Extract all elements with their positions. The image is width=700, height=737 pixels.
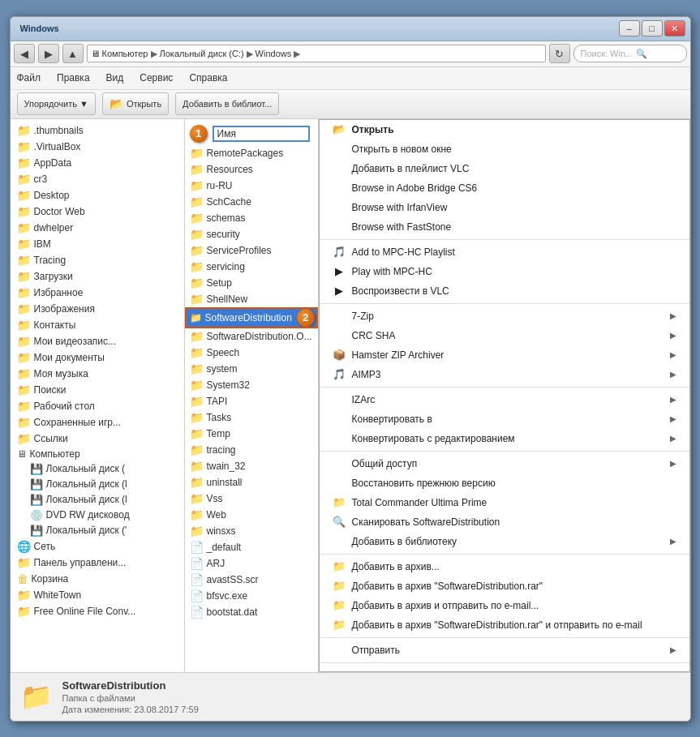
folder-setup[interactable]: 📁Setup [185, 275, 318, 291]
ctx-mpc-add[interactable]: 🎵Add to MPC-HC Playlist [320, 242, 689, 262]
folder-tapi[interactable]: 📁TAPI [185, 393, 318, 409]
folder-resources[interactable]: 📁Resources [185, 161, 318, 178]
tree-item-desktop2[interactable]: 📁Рабочий стол [11, 398, 184, 414]
menu-service[interactable]: Сервис [136, 71, 176, 85]
ctx-add-library[interactable]: Добавить в библиотеку▶ [320, 532, 689, 551]
tree-item-drive-c[interactable]: 💾Локальный диск ( [24, 461, 184, 477]
tree-item-drive-d[interactable]: 💾Локальный диск (l [24, 477, 184, 492]
tree-item-dwhelper[interactable]: 📁dwhelper [11, 220, 184, 236]
tree-item-downloads[interactable]: 📁Загрузки [11, 268, 184, 285]
ctx-mpc-play[interactable]: ▶Play with MPC-HC [320, 262, 689, 281]
file-avast[interactable]: 📄avastSS.scr [185, 572, 318, 588]
tree-item-thumbnails[interactable]: 📁.thumbnails [11, 122, 184, 139]
menu-edit[interactable]: Правка [54, 71, 93, 85]
menu-view[interactable]: Вид [103, 71, 127, 85]
folder-winsxs[interactable]: 📁winsxs [185, 523, 318, 539]
tree-item-free-convert[interactable]: 📁Free Online File Conv... [11, 603, 184, 619]
ctx-scan[interactable]: 🔍Сканировать SoftwareDistribution [320, 512, 689, 532]
tree-item-desktop[interactable]: 📁Desktop [11, 187, 184, 204]
tree-item-music[interactable]: 📁Моя музыка [11, 366, 184, 382]
ctx-crc[interactable]: CRC SHA▶ [320, 326, 689, 345]
folder-schemas[interactable]: 📁schemas [185, 210, 318, 226]
ctx-izarc[interactable]: IZArc▶ [320, 390, 689, 409]
folder-ru-ru[interactable]: 📁ru-RU [185, 178, 318, 194]
maximize-button[interactable]: □ [642, 20, 663, 36]
ctx-add-email[interactable]: 📁Добавить в архив и отправить по e-mail.… [320, 596, 689, 615]
tree-item-links[interactable]: 📁Ссылки [11, 431, 184, 447]
folder-serviceprofiles[interactable]: 📁ServiceProfiles [185, 242, 318, 259]
tree-item-recycle[interactable]: 🗑Корзина [11, 571, 184, 587]
ctx-send-to[interactable]: Отправить▶ [320, 641, 689, 660]
back-button[interactable]: ◀ [14, 44, 35, 63]
folder-speech[interactable]: 📁Speech [185, 345, 318, 361]
folder-tasks[interactable]: 📁Tasks [185, 409, 318, 426]
add-library-button[interactable]: Добавить в библиот... [175, 92, 279, 115]
folder-uninstall[interactable]: 📁uninstall [185, 474, 318, 491]
folder-software-distribution[interactable]: 📁 SoftwareDistribution 2 [185, 307, 318, 328]
tree-item-saved-games[interactable]: 📁Сохраненные игр... [11, 414, 184, 431]
search-box[interactable]: Поиск: Win... 🔍 [573, 45, 687, 62]
folder-web[interactable]: 📁Web [185, 507, 318, 523]
tree-item-drive-f[interactable]: 💾Локальный диск (' [24, 523, 184, 538]
folder-temp[interactable]: 📁Temp [185, 426, 318, 442]
file-default[interactable]: 📄_default [185, 539, 318, 555]
close-button[interactable]: ✕ [664, 20, 685, 36]
tree-item-searches[interactable]: 📁Поиски [11, 382, 184, 398]
forward-button[interactable]: ▶ [38, 44, 59, 63]
file-bfsvc[interactable]: 📄bfsvc.exe [185, 588, 318, 604]
folder-tracing[interactable]: 📁tracing [185, 442, 318, 458]
tree-item-control-panel[interactable]: 📁Панель управлени... [11, 555, 184, 571]
file-arj[interactable]: 📄ARJ [185, 555, 318, 572]
ctx-aimp3[interactable]: 🎵AIMP3▶ [320, 365, 689, 384]
ctx-add-rar[interactable]: 📁Добавить в архив "SoftwareDistribution.… [320, 576, 689, 596]
folder-vss[interactable]: 📁Vss [185, 491, 318, 507]
folder-system[interactable]: 📁system [185, 361, 318, 377]
tree-item-appdata[interactable]: 📁AppData [11, 155, 184, 171]
tree-item-contacts[interactable]: 📁Контакты [11, 317, 184, 333]
name-input[interactable] [213, 126, 310, 142]
folder-servicing[interactable]: 📁servicing [185, 259, 318, 275]
ctx-irfanview[interactable]: Browse with IrfanView [320, 198, 689, 217]
ctx-adobe-bridge[interactable]: Browse in Adobe Bridge CS6 [320, 178, 689, 198]
tree-item-images[interactable]: 📁Изображения [11, 301, 184, 317]
folder-schcache[interactable]: 📁SchCache [185, 194, 318, 210]
tree-item-tracing[interactable]: 📁Tracing [11, 252, 184, 268]
tree-item-drive-e[interactable]: 💾Локальный диск (l [24, 492, 184, 508]
ctx-vlc-playlist[interactable]: Добавить в плейлист VLC [320, 159, 689, 178]
ctx-total-commander[interactable]: 📁Total Commander Ultima Prime [320, 493, 689, 512]
ctx-cut[interactable]: ✂Вырезать [320, 666, 689, 672]
menu-help[interactable]: Справка [186, 71, 230, 85]
ctx-hamster[interactable]: 📦Hamster ZIP Archiver▶ [320, 345, 689, 365]
ctx-share[interactable]: Общий доступ▶ [320, 454, 689, 473]
file-bootstat[interactable]: 📄bootstat.dat [185, 604, 318, 620]
tree-item-computer[interactable]: 🖥Компьютер [11, 447, 184, 461]
minimize-button[interactable]: – [619, 20, 640, 36]
folder-twain[interactable]: 📁twain_32 [185, 458, 318, 474]
tree-item-network[interactable]: 🌐Сеть [11, 538, 184, 555]
folder-remote-packages[interactable]: 📁RemotePackages [185, 145, 318, 161]
tree-item-whitetown[interactable]: 📁WhiteTown [11, 587, 184, 603]
refresh-button[interactable]: ↻ [549, 44, 570, 63]
folder-system32[interactable]: 📁System32 [185, 377, 318, 393]
folder-sd-old[interactable]: 📁SoftwareDistribution.O... [185, 328, 318, 345]
tree-item-documents[interactable]: 📁Мои документы [11, 349, 184, 366]
ctx-open-new-window[interactable]: Открыть в новом окне [320, 139, 689, 159]
menu-file[interactable]: Файл [14, 71, 45, 85]
folder-shellnew[interactable]: 📁ShellNew [185, 291, 318, 307]
tree-item-dvd[interactable]: 💿DVD RW дисковод [24, 508, 184, 523]
tree-item-doctor-web[interactable]: 📁Doctor Web [11, 204, 184, 220]
tree-item-ibm[interactable]: 📁IBM [11, 236, 184, 252]
tree-item-virtualbox[interactable]: 📁.VirtualBox [11, 139, 184, 155]
ctx-convert[interactable]: Конвертировать в▶ [320, 409, 689, 429]
ctx-add-archive[interactable]: 📁Добавить в архив... [320, 557, 689, 576]
ctx-convert-edit[interactable]: Конвертировать с редактированием▶ [320, 429, 689, 448]
ctx-faststone[interactable]: Browse with FastStone [320, 217, 689, 237]
up-button[interactable]: ▲ [62, 44, 84, 63]
tree-item-favorites[interactable]: 📁Избранное [11, 285, 184, 301]
ctx-restore[interactable]: Восстановить прежнюю версию [320, 473, 689, 493]
folder-security[interactable]: 📁security [185, 226, 318, 242]
ctx-add-rar-email[interactable]: 📁Добавить в архив "SoftwareDistribution.… [320, 615, 689, 635]
organize-button[interactable]: Упорядочить ▼ [17, 92, 96, 115]
ctx-7zip[interactable]: 7-Zip▶ [320, 306, 689, 326]
tree-item-cr3[interactable]: 📁cr3 [11, 171, 184, 187]
